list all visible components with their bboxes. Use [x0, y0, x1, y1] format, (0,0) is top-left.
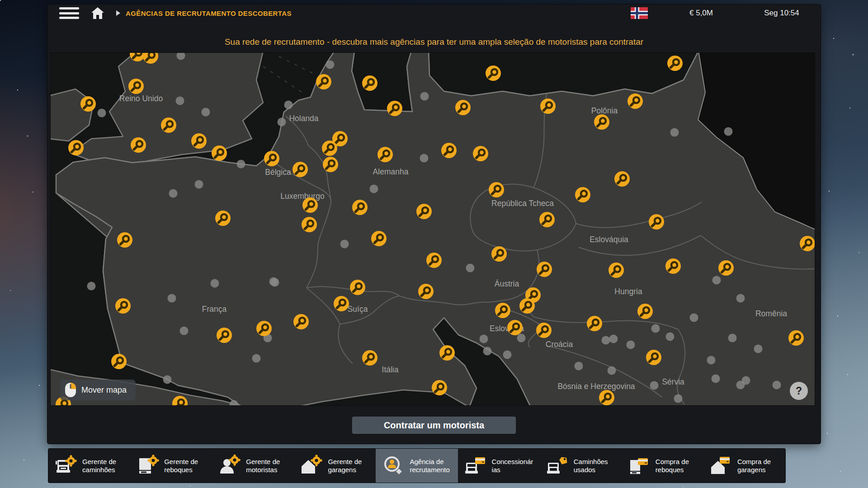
tab-garage-purchase[interactable]: Compra de garagens [703, 449, 785, 483]
agency-marker[interactable] [495, 303, 510, 318]
agency-marker[interactable] [637, 304, 653, 319]
city-dot [666, 333, 675, 341]
agency-marker[interactable] [455, 100, 471, 115]
agency-marker[interactable] [292, 162, 308, 177]
agency-marker[interactable] [536, 323, 552, 338]
agency-marker[interactable] [473, 146, 488, 161]
agency-marker[interactable] [519, 298, 535, 314]
tab-label: Gerente de motoristas [246, 458, 288, 474]
city-dot [420, 92, 429, 101]
agency-marker[interactable] [117, 232, 132, 248]
agency-marker[interactable] [416, 204, 432, 219]
city-dot [712, 276, 721, 285]
agency-marker[interactable] [800, 236, 815, 251]
city-dot [98, 109, 106, 117]
agency-marker[interactable] [323, 157, 338, 172]
agency-marker[interactable] [432, 380, 447, 395]
agency-marker[interactable] [350, 280, 365, 295]
tab-dealerships[interactable]: Concessionárias [458, 449, 540, 483]
agency-marker[interactable] [718, 260, 734, 276]
agency-marker[interactable] [609, 263, 624, 278]
city-dot [609, 335, 618, 343]
agency-marker[interactable] [80, 96, 96, 112]
agency-marker[interactable] [665, 258, 681, 274]
agency-marker[interactable] [212, 145, 227, 161]
agency-marker[interactable] [646, 350, 661, 365]
agency-marker[interactable] [614, 171, 630, 187]
city-dot [483, 347, 492, 356]
agency-marker[interactable] [788, 330, 804, 346]
agency-marker[interactable] [441, 143, 457, 158]
agency-marker[interactable] [352, 200, 368, 215]
agency-marker[interactable] [362, 75, 377, 91]
agency-marker[interactable] [587, 316, 602, 331]
agency-marker[interactable] [491, 246, 507, 262]
agency-marker[interactable] [539, 212, 555, 227]
agency-marker[interactable] [111, 354, 127, 369]
agency-marker[interactable] [362, 350, 377, 366]
city-dot [180, 327, 189, 335]
help-button[interactable]: ? [790, 382, 808, 400]
agency-marker[interactable] [387, 101, 402, 116]
agency-marker[interactable] [302, 217, 317, 232]
agency-marker[interactable] [161, 117, 176, 133]
agency-marker[interactable] [217, 328, 232, 343]
agency-marker[interactable] [264, 151, 279, 166]
agency-marker[interactable] [540, 99, 556, 114]
agency-marker[interactable] [191, 133, 207, 149]
city-dot [163, 375, 172, 384]
tab-label: Caminhões usados [574, 458, 615, 474]
tab-trailer-purchase[interactable]: Compra de reboques [622, 449, 703, 483]
agency-marker[interactable] [256, 321, 272, 336]
garage-gear-icon [300, 455, 323, 477]
recruitment-map[interactable]: Reino UnidoHolandaBélgicaLuxemburgoAlema… [51, 53, 815, 405]
agency-marker[interactable] [507, 320, 523, 335]
country-label: Alemanha [373, 167, 409, 176]
agency-marker[interactable] [486, 66, 501, 81]
tab-trailer-manager[interactable]: Gerente de reboques [130, 449, 212, 483]
tab-driver-manager[interactable]: Gerente de motoristas [212, 449, 294, 483]
agency-marker[interactable] [115, 298, 131, 314]
agency-marker[interactable] [537, 262, 552, 277]
agency-marker[interactable] [649, 214, 664, 230]
agency-marker[interactable] [68, 140, 84, 155]
agency-marker[interactable] [439, 345, 455, 361]
trailer-gear-icon [137, 455, 159, 477]
agency-marker[interactable] [418, 284, 434, 299]
tab-label: Concessionárias [492, 458, 533, 474]
agency-marker[interactable] [322, 141, 337, 156]
tab-used-trucks[interactable]: Caminhões usados [540, 449, 622, 483]
agency-marker[interactable] [316, 74, 331, 89]
agency-marker[interactable] [128, 79, 144, 94]
agency-marker[interactable] [627, 94, 643, 109]
move-map-hint: Mover mapa [60, 380, 136, 400]
country-label: França [202, 305, 227, 314]
tab-recruitment-agency[interactable]: Agência de recrutamento [376, 449, 458, 483]
agency-marker[interactable] [131, 137, 146, 153]
recruitment-magnifier-icon [382, 455, 405, 477]
city-dot [284, 101, 293, 109]
agency-marker[interactable] [489, 182, 504, 197]
agency-marker[interactable] [594, 114, 609, 130]
agency-marker[interactable] [293, 314, 309, 329]
home-icon[interactable] [91, 7, 104, 19]
menu-icon[interactable] [59, 7, 79, 19]
agency-marker[interactable] [377, 147, 393, 162]
agency-marker[interactable] [215, 211, 231, 226]
city-dot [340, 240, 349, 249]
agency-marker[interactable] [302, 197, 318, 213]
agency-marker[interactable] [426, 253, 442, 268]
recruitment-panel: AGÊNCIAS DE RECRUTAMENTO DESCOBERTAS € 5… [47, 5, 821, 444]
city-dot [736, 294, 745, 303]
agency-marker[interactable] [599, 390, 614, 405]
tab-garage-manager[interactable]: Gerente de garagens [294, 449, 376, 483]
agency-marker[interactable] [334, 296, 349, 311]
city-dot [651, 324, 660, 333]
hire-driver-button[interactable]: Contratar um motorista [352, 417, 516, 434]
bottom-nav: Gerente de caminhões Gerente de reboques… [48, 449, 785, 483]
tab-truck-manager[interactable]: Gerente de caminhões [48, 449, 130, 483]
agency-marker[interactable] [667, 56, 683, 71]
agency-marker[interactable] [575, 187, 590, 202]
agency-marker[interactable] [371, 231, 387, 246]
top-bar: AGÊNCIAS DE RECRUTAMENTO DESCOBERTAS € 5… [47, 5, 821, 22]
